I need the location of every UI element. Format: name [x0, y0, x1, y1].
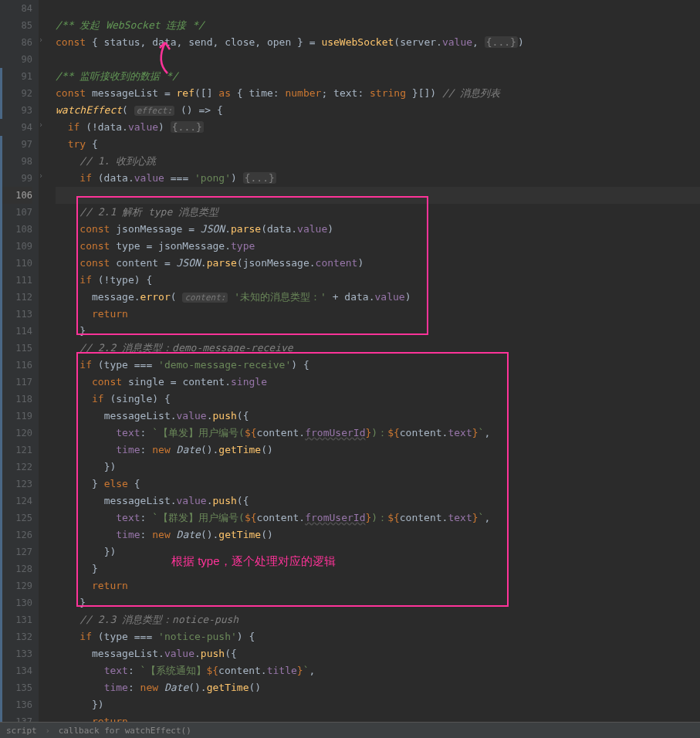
folded-code[interactable]: {...} [243, 172, 276, 184]
code-line: /** 监听接收到的数据 */ [56, 68, 700, 85]
line-number: 115 [0, 340, 32, 357]
code-line: const content = JSON.parse(jsonMessage.c… [56, 255, 700, 272]
code-line: text: `【群发】用户编号(${content.fromUserId})：$… [56, 509, 700, 526]
line-number: 125 [0, 509, 32, 526]
line-number: 133 [0, 645, 32, 662]
line-number: 122 [0, 459, 32, 476]
code-line [56, 0, 700, 17]
code-line: messageList.value.push({ [56, 408, 700, 425]
line-number: 112 [0, 289, 32, 306]
code-line: } else { [56, 476, 700, 493]
code-line: time: new Date().getTime() [56, 526, 700, 543]
code-editor[interactable]: 8485869091929394979899106107108109110111… [0, 0, 700, 722]
line-number: 127 [0, 543, 32, 560]
line-number: 109 [0, 238, 32, 255]
code-line: return [56, 577, 700, 594]
breadcrumb-segment[interactable]: callback for watchEffect() [59, 726, 191, 736]
code-line: const { status, data, send, close, open … [56, 34, 700, 51]
code-line: try { [56, 136, 700, 153]
line-number: 84 [0, 0, 32, 17]
line-number-gutter: 8485869091929394979899106107108109110111… [0, 0, 39, 722]
code-line: // 2.1 解析 type 消息类型 [56, 204, 700, 221]
breadcrumb-bar[interactable]: script › callback for watchEffect() [0, 722, 700, 738]
line-number: 121 [0, 442, 32, 459]
line-number: 93 [0, 102, 32, 119]
code-line: if (type === 'notice-push') { [56, 628, 700, 645]
fold-chevron-right-icon[interactable]: › [39, 36, 43, 44]
line-number: 90 [0, 51, 32, 68]
line-number: 132 [0, 628, 32, 645]
code-line: messageList.value.push({ [56, 493, 700, 509]
line-number: 114 [0, 323, 32, 340]
vcs-change-marker[interactable] [0, 136, 2, 723]
line-number: 130 [0, 594, 32, 611]
line-number: 118 [0, 391, 32, 408]
code-line: return [56, 306, 700, 323]
line-number: 85 [0, 17, 32, 34]
code-line: const jsonMessage = JSON.parse(data.valu… [56, 221, 700, 238]
line-number: 124 [0, 493, 32, 509]
line-number: 99 [0, 170, 32, 187]
code-line: /** 发起 WebSocket 连接 */ [56, 17, 700, 34]
code-line: // 2.2 消息类型：demo-message-receive [56, 340, 700, 357]
line-number: 94 [0, 119, 32, 136]
line-number: 111 [0, 272, 32, 289]
line-number: 92 [0, 85, 32, 102]
line-number: 113 [0, 306, 32, 323]
folded-code[interactable]: {...} [171, 121, 204, 133]
code-line: if (!type) { [56, 272, 700, 289]
code-line: }) [56, 696, 700, 713]
line-number: 123 [0, 476, 32, 493]
line-number: 106 [0, 187, 32, 204]
code-line: watchEffect( effect: () => { [56, 102, 700, 119]
code-line: message.error( content: '未知的消息类型：' + dat… [56, 289, 700, 306]
code-line: } [56, 560, 700, 577]
code-line: text: `【系统通知】${content.title}`, [56, 662, 700, 679]
code-line: if (single) { [56, 391, 700, 408]
code-line: if (type === 'demo-message-receive') { [56, 357, 700, 374]
line-number: 107 [0, 204, 32, 221]
line-number: 117 [0, 374, 32, 391]
code-line: if (!data.value) {...} [56, 119, 700, 136]
code-area[interactable]: /** 发起 WebSocket 连接 */ const { status, d… [39, 0, 700, 722]
code-line: const messageList = ref([] as { time: nu… [56, 85, 700, 102]
line-number: 129 [0, 577, 32, 594]
line-number: 91 [0, 68, 32, 85]
line-number: 136 [0, 696, 32, 713]
code-line: if (data.value === 'pong') {...} [56, 170, 700, 187]
line-number: 134 [0, 662, 32, 679]
code-line: } [56, 594, 700, 611]
line-number: 135 [0, 679, 32, 696]
code-line: // 1. 收到心跳 [56, 153, 700, 170]
code-line: const type = jsonMessage.type [56, 238, 700, 255]
line-number: 131 [0, 611, 32, 628]
line-number: 120 [0, 425, 32, 442]
code-line: }) [56, 543, 700, 560]
line-number: 126 [0, 526, 32, 543]
code-line: text: `【单发】用户编号(${content.fromUserId})：$… [56, 425, 700, 442]
folded-code[interactable]: {...} [485, 36, 518, 48]
code-line: } [56, 323, 700, 340]
line-number: 86 [0, 34, 32, 51]
code-line [56, 51, 700, 68]
line-number: 128 [0, 560, 32, 577]
code-line-current [56, 187, 700, 204]
fold-chevron-right-icon[interactable]: › [39, 120, 43, 129]
code-line: time: new Date().getTime() [56, 442, 700, 459]
vcs-change-marker[interactable] [0, 68, 2, 119]
breadcrumb-segment[interactable]: script [6, 726, 37, 736]
chevron-right-icon: › [45, 726, 50, 736]
line-number: 119 [0, 408, 32, 425]
fold-chevron-right-icon[interactable]: › [39, 171, 43, 180]
code-line: }) [56, 459, 700, 476]
line-number: 98 [0, 153, 32, 170]
code-line: messageList.value.push({ [56, 645, 700, 662]
code-line: time: new Date().getTime() [56, 679, 700, 696]
code-line: const single = content.single [56, 374, 700, 391]
line-number: 110 [0, 255, 32, 272]
line-number: 108 [0, 221, 32, 238]
code-line: // 2.3 消息类型：notice-push [56, 611, 700, 628]
line-number: 97 [0, 136, 32, 153]
line-number: 116 [0, 357, 32, 374]
